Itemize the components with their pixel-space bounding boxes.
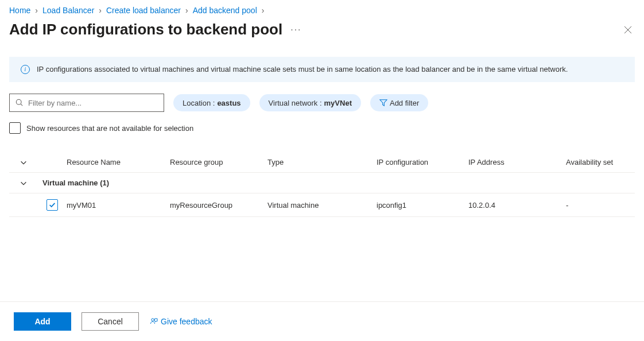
feedback-label: Give feedback — [161, 317, 212, 326]
show-unavailable-row: Show resources that are not available fo… — [0, 117, 644, 136]
chevron-right-icon: › — [99, 6, 102, 15]
filter-pill-vnet[interactable]: Virtual network : myVNet — [259, 94, 361, 111]
svg-point-2 — [152, 319, 154, 321]
title-row: Add IP configurations to backend pool ··… — [0, 17, 644, 48]
breadcrumb-create-lb[interactable]: Create load balancer — [106, 6, 181, 15]
group-row-virtual-machine: Virtual machine (1) — [9, 172, 635, 193]
breadcrumb: Home › Load Balancer › Create load balan… — [0, 0, 644, 17]
chevron-down-icon — [20, 179, 28, 187]
filter-vnet-label: Virtual network : — [269, 99, 322, 107]
feedback-link[interactable]: Give feedback — [149, 317, 212, 326]
breadcrumb-load-balancer[interactable]: Load Balancer — [42, 6, 94, 15]
row-name: myVM01 — [67, 201, 170, 210]
filter-row: Location : eastus Virtual network : myVN… — [0, 82, 644, 117]
page-title: Add IP configurations to backend pool — [9, 21, 282, 38]
search-input-wrap[interactable] — [9, 94, 164, 112]
row-ipconfig: ipconfig1 — [377, 201, 468, 210]
filter-vnet-value: myVNet — [324, 99, 352, 107]
info-icon: i — [21, 65, 30, 74]
col-ip-address[interactable]: IP Address — [468, 158, 566, 166]
table-area: Resource Name Resource group Type IP con… — [0, 136, 644, 217]
show-unavailable-checkbox[interactable] — [9, 122, 21, 134]
table-row[interactable]: myVM01 myResourceGroup Virtual machine i… — [9, 193, 635, 217]
feedback-icon — [149, 317, 158, 326]
footer: Add Cancel Give feedback — [0, 301, 644, 341]
col-type[interactable]: Type — [267, 158, 377, 166]
chevron-right-icon: › — [262, 6, 265, 15]
row-type: Virtual machine — [267, 201, 377, 210]
filter-location-label: Location : — [183, 99, 215, 107]
breadcrumb-home[interactable]: Home — [9, 6, 30, 15]
row-avset: - — [566, 201, 635, 210]
add-filter-button[interactable]: Add filter — [370, 94, 428, 111]
col-availability-set[interactable]: Availability set — [566, 158, 635, 166]
col-resource-group[interactable]: Resource group — [170, 158, 267, 166]
column-expand-toggle[interactable] — [9, 158, 38, 166]
check-icon — [48, 201, 56, 209]
info-banner: i IP configurations associated to virtua… — [9, 57, 635, 82]
chevron-down-icon — [20, 158, 28, 166]
chevron-right-icon: › — [35, 6, 38, 15]
filter-pill-location[interactable]: Location : eastus — [173, 94, 250, 111]
row-rg: myResourceGroup — [170, 201, 267, 210]
close-icon — [623, 25, 633, 34]
col-ip-config[interactable]: IP configuration — [377, 158, 468, 166]
chevron-right-icon: › — [185, 6, 188, 15]
row-checkbox[interactable] — [46, 199, 58, 211]
more-actions-button[interactable]: ··· — [290, 25, 301, 34]
row-ip: 10.2.0.4 — [468, 201, 566, 210]
info-banner-text: IP configurations associated to virtual … — [37, 65, 568, 74]
svg-line-1 — [21, 104, 22, 106]
add-button[interactable]: Add — [14, 312, 71, 331]
breadcrumb-add-backend[interactable]: Add backend pool — [193, 6, 257, 15]
group-expand-toggle[interactable] — [9, 179, 38, 187]
search-input[interactable] — [28, 99, 158, 107]
filter-location-value: eastus — [217, 99, 240, 107]
col-resource-name[interactable]: Resource Name — [67, 158, 170, 166]
search-icon — [15, 99, 24, 107]
close-button[interactable] — [621, 23, 635, 37]
group-label: Virtual machine (1) — [38, 179, 635, 187]
cancel-button[interactable]: Cancel — [82, 312, 139, 331]
svg-point-0 — [16, 99, 21, 104]
filter-icon — [379, 99, 387, 107]
show-unavailable-label: Show resources that are not available fo… — [26, 124, 193, 133]
add-filter-label: Add filter — [390, 99, 419, 107]
table-header: Resource Name Resource group Type IP con… — [9, 152, 635, 172]
